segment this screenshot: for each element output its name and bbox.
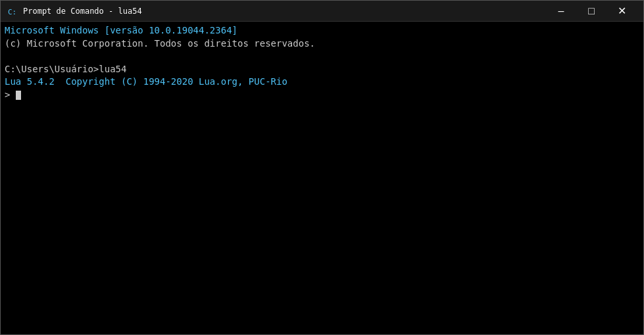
terminal-line-5: Lua 5.4.2 Copyright (C) 1994-2020 Lua.or… bbox=[5, 76, 639, 89]
terminal-line-1: Microsoft Windows [versão 10.0.19044.236… bbox=[5, 24, 639, 37]
title-bar: C: Prompt de Comando - lua54 – □ ✕ bbox=[1, 1, 643, 22]
cursor bbox=[16, 91, 21, 100]
window-controls: – □ ✕ bbox=[546, 1, 637, 22]
terminal-line-4: C:\Users\Usuário>lua54 bbox=[5, 63, 639, 76]
maximize-button[interactable]: □ bbox=[576, 1, 607, 22]
terminal-line-3 bbox=[5, 50, 639, 63]
cmd-icon: C: bbox=[7, 6, 18, 16]
terminal-line-6: > bbox=[5, 89, 639, 102]
minimize-button[interactable]: – bbox=[546, 1, 576, 22]
close-button[interactable]: ✕ bbox=[607, 1, 637, 22]
window-title: Prompt de Comando - lua54 bbox=[23, 7, 546, 16]
cmd-window: C: Prompt de Comando - lua54 – □ ✕ Micro… bbox=[0, 0, 644, 335]
terminal-line-2: (c) Microsoft Corporation. Todos os dire… bbox=[5, 37, 639, 51]
terminal-body[interactable]: Microsoft Windows [versão 10.0.19044.236… bbox=[1, 22, 643, 334]
svg-text:C:: C: bbox=[8, 8, 16, 16]
